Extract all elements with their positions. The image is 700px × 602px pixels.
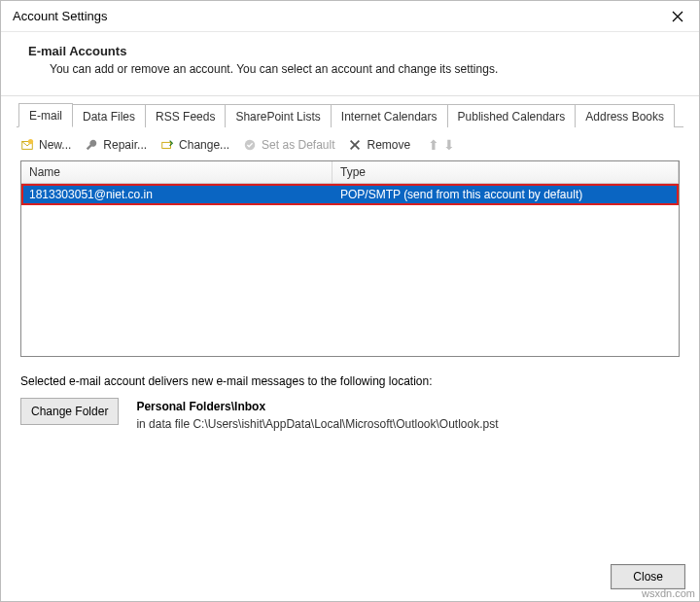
column-type[interactable]: Type [332, 161, 679, 183]
account-list: Name Type 1813303051@niet.co.in POP/SMTP… [20, 160, 680, 357]
change-button[interactable]: Change... [160, 138, 229, 152]
close-button[interactable]: Close [611, 564, 685, 589]
move-down-icon: ⬇ [443, 137, 455, 153]
remove-button[interactable]: Remove [348, 138, 410, 152]
change-label: Change... [179, 138, 229, 152]
tab-sharepoint-lists[interactable]: SharePoint Lists [225, 104, 331, 127]
row-name: 1813303051@niet.co.in [23, 188, 334, 201]
close-icon[interactable] [664, 5, 691, 28]
set-default-button: Set as Default [243, 138, 334, 152]
window-title: Account Settings [13, 9, 664, 23]
remove-icon [348, 138, 362, 152]
repair-label: Repair... [103, 138, 147, 152]
dialog-footer: Close [611, 564, 685, 589]
delivery-info: Selected e-mail account delivers new e-m… [1, 357, 699, 441]
page-title: E-mail Accounts [28, 44, 672, 58]
svg-point-3 [28, 139, 33, 144]
delivery-path: in data file C:\Users\ishit\AppData\Loca… [136, 417, 498, 431]
new-label: New... [39, 138, 71, 152]
change-folder-button[interactable]: Change Folder [20, 398, 119, 425]
tab-address-books[interactable]: Address Books [575, 104, 675, 127]
new-button[interactable]: New... [20, 138, 71, 152]
repair-button[interactable]: Repair... [85, 138, 147, 152]
change-icon [160, 138, 174, 152]
page-header: E-mail Accounts You can add or remove an… [1, 32, 699, 84]
tab-internet-calendars[interactable]: Internet Calendars [331, 104, 448, 127]
remove-label: Remove [367, 138, 410, 152]
table-row[interactable]: 1813303051@niet.co.in POP/SMTP (send fro… [21, 184, 679, 205]
tab-data-files[interactable]: Data Files [72, 104, 146, 127]
tab-strip: E-mail Data Files RSS Feeds SharePoint L… [17, 102, 683, 127]
column-name[interactable]: Name [21, 161, 332, 183]
title-bar: Account Settings [1, 1, 699, 32]
new-icon [20, 138, 34, 152]
row-type: POP/SMTP (send from this account by defa… [334, 188, 677, 201]
page-description: You can add or remove an account. You ca… [50, 62, 672, 76]
tab-rss-feeds[interactable]: RSS Feeds [145, 104, 226, 127]
divider [1, 95, 699, 96]
tab-published-calendars[interactable]: Published Calendars [447, 104, 577, 127]
set-default-label: Set as Default [262, 138, 334, 152]
repair-icon [85, 138, 98, 152]
tab-email[interactable]: E-mail [18, 103, 73, 127]
delivery-location: Personal Folders\Inbox [136, 400, 498, 413]
list-header: Name Type [21, 161, 679, 184]
toolbar: New... Repair... Change... Set as Defaul… [1, 127, 699, 160]
move-up-icon: ⬆ [428, 137, 439, 153]
delivery-intro: Selected e-mail account delivers new e-m… [20, 374, 680, 388]
check-icon [243, 138, 257, 152]
